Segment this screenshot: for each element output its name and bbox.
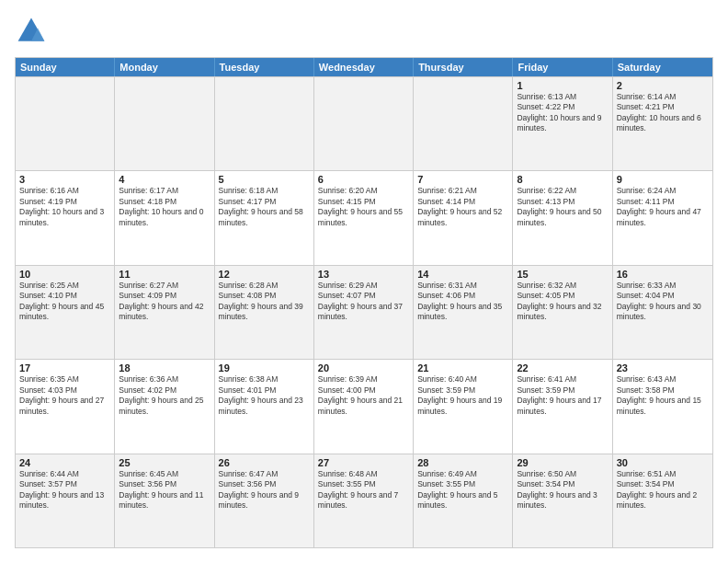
weekday-header: Sunday [16, 58, 115, 76]
weekday-header: Friday [513, 58, 612, 76]
day-cell: 6Sunrise: 6:20 AM Sunset: 4:15 PM Daylig… [314, 171, 414, 264]
day-info: Sunrise: 6:35 AM Sunset: 4:03 PM Dayligh… [19, 374, 110, 417]
day-number: 2 [617, 80, 709, 91]
page: SundayMondayTuesdayWednesdayThursdayFrid… [0, 0, 728, 563]
day-number: 13 [318, 269, 409, 280]
day-number: 30 [617, 457, 709, 468]
day-number: 12 [219, 269, 310, 280]
day-number: 7 [417, 174, 508, 185]
day-cell: 25Sunrise: 6:45 AM Sunset: 3:56 PM Dayli… [115, 454, 214, 547]
day-number: 9 [617, 174, 709, 185]
day-number: 26 [219, 457, 310, 468]
day-number: 4 [119, 174, 210, 185]
day-number: 21 [417, 362, 508, 373]
day-info: Sunrise: 6:36 AM Sunset: 4:02 PM Dayligh… [119, 374, 210, 417]
day-number: 24 [19, 457, 110, 468]
day-number: 25 [119, 457, 210, 468]
day-cell: 18Sunrise: 6:36 AM Sunset: 4:02 PM Dayli… [115, 360, 214, 453]
day-cell: 16Sunrise: 6:33 AM Sunset: 4:04 PM Dayli… [613, 266, 712, 359]
day-number: 23 [617, 362, 709, 373]
day-cell: 12Sunrise: 6:28 AM Sunset: 4:08 PM Dayli… [215, 266, 314, 359]
day-number: 20 [318, 362, 409, 373]
day-cell: 10Sunrise: 6:25 AM Sunset: 4:10 PM Dayli… [16, 266, 115, 359]
day-cell: 17Sunrise: 6:35 AM Sunset: 4:03 PM Dayli… [16, 360, 115, 453]
day-info: Sunrise: 6:16 AM Sunset: 4:19 PM Dayligh… [19, 186, 110, 228]
day-info: Sunrise: 6:50 AM Sunset: 3:54 PM Dayligh… [517, 469, 608, 511]
day-cell: 3Sunrise: 6:16 AM Sunset: 4:19 PM Daylig… [16, 171, 115, 264]
day-info: Sunrise: 6:14 AM Sunset: 4:21 PM Dayligh… [617, 92, 709, 134]
calendar-row: 3Sunrise: 6:16 AM Sunset: 4:19 PM Daylig… [16, 170, 712, 264]
day-number: 14 [417, 269, 508, 280]
day-cell: 13Sunrise: 6:29 AM Sunset: 4:07 PM Dayli… [314, 266, 414, 359]
weekday-header: Saturday [613, 58, 712, 76]
day-cell: 23Sunrise: 6:43 AM Sunset: 3:58 PM Dayli… [613, 360, 712, 453]
day-info: Sunrise: 6:33 AM Sunset: 4:04 PM Dayligh… [617, 281, 709, 323]
day-number: 11 [119, 269, 210, 280]
day-info: Sunrise: 6:13 AM Sunset: 4:22 PM Dayligh… [517, 92, 608, 134]
day-info: Sunrise: 6:21 AM Sunset: 4:14 PM Dayligh… [417, 186, 508, 228]
day-info: Sunrise: 6:49 AM Sunset: 3:55 PM Dayligh… [417, 469, 508, 511]
day-cell: 11Sunrise: 6:27 AM Sunset: 4:09 PM Dayli… [115, 266, 214, 359]
day-info: Sunrise: 6:31 AM Sunset: 4:06 PM Dayligh… [417, 281, 508, 323]
day-cell: 8Sunrise: 6:22 AM Sunset: 4:13 PM Daylig… [513, 171, 612, 264]
day-number: 6 [318, 174, 409, 185]
day-number: 18 [119, 362, 210, 373]
day-info: Sunrise: 6:28 AM Sunset: 4:08 PM Dayligh… [219, 281, 310, 323]
day-cell: 14Sunrise: 6:31 AM Sunset: 4:06 PM Dayli… [414, 266, 513, 359]
day-number: 5 [219, 174, 310, 185]
day-info: Sunrise: 6:43 AM Sunset: 3:58 PM Dayligh… [617, 374, 709, 417]
day-cell: 4Sunrise: 6:17 AM Sunset: 4:18 PM Daylig… [115, 171, 214, 264]
calendar: SundayMondayTuesdayWednesdayThursdayFrid… [15, 57, 713, 548]
day-info: Sunrise: 6:24 AM Sunset: 4:11 PM Dayligh… [617, 186, 709, 228]
day-number: 3 [19, 174, 110, 185]
logo [15, 15, 53, 48]
day-cell: 9Sunrise: 6:24 AM Sunset: 4:11 PM Daylig… [613, 171, 712, 264]
day-cell: 24Sunrise: 6:44 AM Sunset: 3:57 PM Dayli… [16, 454, 115, 547]
day-number: 22 [517, 362, 608, 373]
day-cell: 1Sunrise: 6:13 AM Sunset: 4:22 PM Daylig… [513, 77, 612, 170]
day-info: Sunrise: 6:27 AM Sunset: 4:09 PM Dayligh… [119, 281, 210, 323]
day-info: Sunrise: 6:18 AM Sunset: 4:17 PM Dayligh… [219, 186, 310, 228]
header [15, 15, 713, 48]
day-cell: 21Sunrise: 6:40 AM Sunset: 3:59 PM Dayli… [414, 360, 513, 453]
day-number: 17 [19, 362, 110, 373]
day-info: Sunrise: 6:20 AM Sunset: 4:15 PM Dayligh… [318, 186, 409, 228]
weekday-header: Thursday [414, 58, 513, 76]
weekday-header: Wednesday [314, 58, 414, 76]
day-cell: 5Sunrise: 6:18 AM Sunset: 4:17 PM Daylig… [215, 171, 314, 264]
day-number: 8 [517, 174, 608, 185]
day-info: Sunrise: 6:39 AM Sunset: 4:00 PM Dayligh… [318, 374, 409, 417]
empty-cell [16, 77, 115, 170]
day-info: Sunrise: 6:17 AM Sunset: 4:18 PM Dayligh… [119, 186, 210, 228]
calendar-row: 24Sunrise: 6:44 AM Sunset: 3:57 PM Dayli… [16, 454, 712, 547]
day-cell: 28Sunrise: 6:49 AM Sunset: 3:55 PM Dayli… [414, 454, 513, 547]
day-info: Sunrise: 6:41 AM Sunset: 3:59 PM Dayligh… [517, 374, 608, 417]
weekday-header: Tuesday [215, 58, 314, 76]
day-cell: 15Sunrise: 6:32 AM Sunset: 4:05 PM Dayli… [513, 266, 612, 359]
day-info: Sunrise: 6:25 AM Sunset: 4:10 PM Dayligh… [19, 281, 110, 323]
day-cell: 7Sunrise: 6:21 AM Sunset: 4:14 PM Daylig… [414, 171, 513, 264]
day-number: 15 [517, 269, 608, 280]
day-info: Sunrise: 6:51 AM Sunset: 3:54 PM Dayligh… [617, 469, 709, 511]
day-number: 19 [219, 362, 310, 373]
day-cell: 22Sunrise: 6:41 AM Sunset: 3:59 PM Dayli… [513, 360, 612, 453]
day-info: Sunrise: 6:45 AM Sunset: 3:56 PM Dayligh… [119, 469, 210, 511]
calendar-row: 1Sunrise: 6:13 AM Sunset: 4:22 PM Daylig… [16, 76, 712, 170]
day-number: 27 [318, 457, 409, 468]
calendar-row: 10Sunrise: 6:25 AM Sunset: 4:10 PM Dayli… [16, 265, 712, 359]
calendar-row: 17Sunrise: 6:35 AM Sunset: 4:03 PM Dayli… [16, 359, 712, 453]
day-info: Sunrise: 6:38 AM Sunset: 4:01 PM Dayligh… [219, 374, 310, 417]
day-info: Sunrise: 6:32 AM Sunset: 4:05 PM Dayligh… [517, 281, 608, 323]
weekday-header: Monday [115, 58, 214, 76]
day-cell: 29Sunrise: 6:50 AM Sunset: 3:54 PM Dayli… [513, 454, 612, 547]
day-cell: 20Sunrise: 6:39 AM Sunset: 4:00 PM Dayli… [314, 360, 414, 453]
day-number: 10 [19, 269, 110, 280]
day-info: Sunrise: 6:29 AM Sunset: 4:07 PM Dayligh… [318, 281, 409, 323]
day-info: Sunrise: 6:22 AM Sunset: 4:13 PM Dayligh… [517, 186, 608, 228]
day-number: 16 [617, 269, 709, 280]
day-cell: 30Sunrise: 6:51 AM Sunset: 3:54 PM Dayli… [613, 454, 712, 547]
empty-cell [314, 77, 414, 170]
day-cell: 2Sunrise: 6:14 AM Sunset: 4:21 PM Daylig… [613, 77, 712, 170]
empty-cell [414, 77, 513, 170]
day-cell: 19Sunrise: 6:38 AM Sunset: 4:01 PM Dayli… [215, 360, 314, 453]
